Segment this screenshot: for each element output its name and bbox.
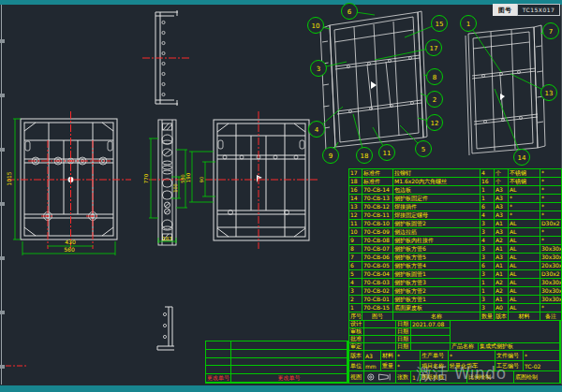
dim-front-inner-width: 430	[65, 239, 76, 245]
bom-cell: 7	[349, 254, 362, 262]
bom-cell: 70-CB-02	[362, 287, 393, 296]
balloon-number: 4	[315, 126, 319, 134]
dim-strip-mid: 100	[172, 183, 178, 193]
bom-cell: *	[540, 178, 562, 186]
drawing-number-label: 图号	[493, 4, 517, 16]
bom-cell: AL	[509, 296, 540, 304]
dim-back-outer: 190	[185, 172, 191, 182]
bom-cell: 3	[481, 296, 495, 304]
bom-cell: 12	[349, 211, 362, 220]
bom-cell: 侧护板方管3	[393, 279, 481, 287]
bom-cell: A2	[495, 237, 509, 245]
balloon-number: 13	[545, 90, 554, 97]
bom-cell: 30x30x2	[540, 287, 562, 296]
bom-cell: 1	[481, 287, 495, 296]
bom-cell: A1	[495, 262, 509, 270]
bom-cell: 侧护板内柱接件	[393, 237, 481, 245]
iso-view-right	[466, 25, 545, 155]
bom-cell: 30x30x2	[540, 296, 562, 304]
sig-label: 设计	[349, 321, 364, 328]
bom-cell: 标准件	[362, 169, 393, 178]
bom-cell: *	[540, 169, 562, 178]
iso-view-left	[320, 11, 427, 151]
prod-order-value: *	[449, 351, 495, 361]
bom-cell: 70-CB-15	[362, 304, 393, 312]
bom-cell: 16	[349, 186, 362, 195]
balloon-number: 10	[312, 22, 320, 30]
bom-cell: 14	[349, 195, 362, 203]
bom-cell: 13	[349, 203, 362, 211]
bom-cell: 侧边拉筋	[393, 228, 481, 237]
bom-cell: 3	[481, 304, 495, 312]
bom-cell: 20x30x2	[540, 262, 562, 270]
drawing-number-block: 图号 TC15X017	[493, 4, 560, 16]
bom-cell: A0	[495, 304, 509, 312]
bom-table: 17标准件拉铆钉4个不锈钢*18标准件M1.6x20内六角螺丝16个不锈钢*16…	[348, 168, 562, 321]
bom-cell: 焊接插件	[393, 203, 481, 211]
projection-symbol-cell	[364, 371, 396, 384]
bom-cell: A3	[495, 195, 509, 203]
bom-cell: 3	[481, 228, 495, 237]
bom-cell: 侧护板方管1	[393, 296, 481, 304]
sig-blank	[364, 328, 396, 336]
change-cell	[206, 366, 231, 374]
bom-cell: 16	[481, 178, 495, 186]
bom-cell: *	[540, 211, 562, 220]
sig-label: 批准	[349, 336, 364, 343]
balloon-number: 12	[431, 120, 439, 127]
balloon-number: 1	[466, 21, 470, 28]
windows-activation-watermark: 激活 Windo	[416, 363, 507, 385]
bom-cell: 3	[481, 245, 495, 254]
version-label: 版本	[349, 351, 364, 361]
bom-cell: *	[540, 237, 562, 245]
bom-cell: A3	[495, 228, 509, 237]
bom-cell: 标准件	[362, 178, 393, 186]
bom-cell: AL	[509, 220, 540, 228]
product-name-label: 产品名称	[451, 343, 479, 351]
bom-cell: *	[540, 203, 562, 211]
bom-cell: 30x30x2	[540, 254, 562, 262]
bom-cell: 70-CB-05	[362, 262, 393, 270]
bom-cell: 70-CB-06	[362, 254, 393, 262]
bom-cell: 1	[481, 279, 495, 287]
bom-cell: A1	[495, 296, 509, 304]
balloon-number: 15	[436, 21, 444, 28]
cad-viewport[interactable]: 1015 430 560 770 100 580 1	[0, 0, 562, 392]
dim-back-inner: 90	[199, 177, 204, 182]
bom-cell: *	[540, 304, 562, 312]
balloon-number: 5	[422, 146, 425, 153]
bom-cell: 70-CB-08	[362, 237, 393, 245]
bom-cell: 个	[495, 169, 509, 178]
dim-front-height: 1015	[6, 171, 12, 185]
bom-cell: A1	[495, 245, 509, 254]
bom-cell: 5	[349, 270, 362, 279]
bom-cell: 4	[481, 169, 495, 178]
balloon-number: 3	[317, 65, 320, 73]
bom-cell: A3	[495, 254, 509, 262]
bom-cell: *	[540, 186, 562, 195]
date-value	[411, 343, 451, 351]
product-name-value: 集成式侧护板	[479, 343, 560, 351]
sig-blank	[364, 343, 396, 351]
bom-cell: 3	[481, 254, 495, 262]
bom-cell: AL	[509, 262, 540, 270]
bom-cell: 侧护板圆管2	[393, 220, 481, 228]
bom-cell: AL	[509, 304, 540, 312]
bom-cell: AL	[509, 237, 540, 245]
bom-cell: A2	[495, 287, 509, 296]
balloon-number: 8	[433, 74, 436, 81]
bom-cell: 17	[349, 169, 362, 178]
process-no-value: TC-02	[524, 361, 560, 371]
bottom-section-view	[157, 307, 174, 350]
change-cell	[231, 366, 348, 374]
title-block-empty-area	[451, 321, 560, 343]
bom-cell: 4	[349, 279, 362, 287]
bom-cell: A3	[495, 186, 509, 195]
sig-label: 审定	[349, 343, 364, 351]
bom-cell: 侧护板方管2	[393, 287, 481, 296]
bom-cell: 30x30x2	[540, 279, 562, 287]
bom-cell: *	[509, 211, 540, 220]
dim-strip-width: 183	[162, 236, 172, 241]
sig-blank	[364, 336, 396, 343]
date-label: 日期	[396, 321, 411, 328]
